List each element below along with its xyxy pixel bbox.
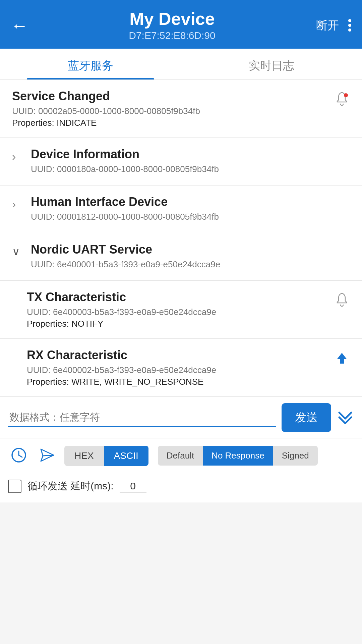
characteristic-uuid-tx: UUID: 6e400003-b5a3-f393-e0a9-e50e24dcca… [27, 307, 332, 317]
characteristic-name-tx: TX Characteristic [27, 290, 332, 304]
bell-icon-service-changed[interactable] [332, 91, 350, 109]
clock-button[interactable] [8, 444, 29, 467]
ascii-button[interactable]: ASCII [104, 446, 148, 466]
data-input[interactable] [8, 408, 276, 427]
loop-label: 循环发送 延时(ms): [27, 479, 114, 493]
service-name-hid: Human Interface Device [31, 195, 350, 209]
loop-area: 循环发送 延时(ms): [0, 473, 362, 502]
disconnect-button[interactable]: 断开 [316, 18, 339, 33]
dot2 [348, 24, 351, 27]
header-title-block: My Device D7:E7:52:E8:6D:90 [35, 9, 309, 41]
upload-icon-rx[interactable] [332, 350, 350, 368]
header-actions: 断开 [316, 18, 351, 33]
device-address: D7:E7:52:E8:6D:90 [35, 30, 309, 41]
tab-log[interactable]: 实时日志 [181, 49, 362, 79]
dot3 [348, 29, 351, 32]
chevron-device-information: › [12, 150, 24, 163]
no-response-button[interactable]: No Response [203, 446, 273, 466]
service-uuid-nordic-uart: UUID: 6e400001-b5a3-f393-e0a9-e50e24dcca… [31, 259, 350, 270]
input-area: 发送 [0, 397, 362, 438]
back-button[interactable]: ← [11, 15, 28, 36]
svg-line-6 [43, 455, 54, 456]
response-group: Default No Response Signed [158, 446, 318, 466]
characteristic-item-rx[interactable]: RX Characteristic UUID: 6e400002-b5a3-f3… [0, 339, 362, 397]
characteristic-props-rx: Properties: WRITE, WRITE_NO_RESPONSE [27, 377, 332, 387]
service-item-nordic-uart[interactable]: ∨ Nordic UART Service UUID: 6e400001-b5a… [0, 233, 362, 281]
more-menu-button[interactable] [348, 19, 351, 32]
characteristic-name-rx: RX Characteristic [27, 348, 332, 362]
service-uuid-device-information: UUID: 0000180a-0000-1000-8000-00805f9b34… [31, 164, 350, 174]
send-plane-button[interactable] [36, 444, 58, 467]
service-item-device-information[interactable]: › Device Information UUID: 0000180a-0000… [0, 138, 362, 185]
svg-marker-1 [337, 353, 347, 364]
characteristic-item-tx[interactable]: TX Characteristic UUID: 6e400003-b5a3-f3… [0, 281, 362, 339]
service-list: Service Changed UUID: 00002a05-0000-1000… [0, 80, 362, 397]
characteristic-uuid-rx: UUID: 6e400002-b5a3-f393-e0a9-e50e24dcca… [27, 365, 332, 375]
svg-point-0 [344, 93, 348, 97]
loop-delay-input[interactable] [120, 480, 146, 492]
service-uuid-service-changed: UUID: 00002a05-0000-1000-8000-00805f9b34… [12, 106, 332, 116]
service-item-hid[interactable]: › Human Interface Device UUID: 00001812-… [0, 185, 362, 233]
service-props-service-changed: Properties: INDICATE [12, 118, 332, 128]
page-title: My Device [35, 9, 309, 29]
service-uuid-hid: UUID: 00001812-0000-1000-8000-00805f9b34… [31, 212, 350, 222]
svg-line-4 [19, 455, 22, 457]
chevron-hid: › [12, 198, 24, 211]
tab-bluetooth[interactable]: 蓝牙服务 [0, 49, 181, 79]
bottom-toolbar: HEX ASCII Default No Response Signed [0, 438, 362, 473]
default-button[interactable]: Default [158, 446, 203, 466]
loop-checkbox[interactable] [8, 480, 21, 493]
dot1 [348, 19, 351, 22]
tab-bar: 蓝牙服务 实时日志 [0, 49, 362, 80]
send-button[interactable]: 发送 [282, 403, 331, 432]
bell-icon-tx[interactable] [332, 292, 350, 310]
service-item-service-changed[interactable]: Service Changed UUID: 00002a05-0000-1000… [0, 80, 362, 138]
service-name-service-changed: Service Changed [12, 89, 332, 103]
signed-button[interactable]: Signed [273, 446, 318, 466]
service-name-nordic-uart: Nordic UART Service [31, 243, 350, 257]
chevron-nordic-uart: ∨ [12, 245, 24, 258]
app-header: ← My Device D7:E7:52:E8:6D:90 断开 [0, 0, 362, 49]
service-name-device-information: Device Information [31, 147, 350, 161]
characteristic-props-tx: Properties: NOTIFY [27, 319, 332, 329]
hex-button[interactable]: HEX [64, 446, 104, 466]
expand-button[interactable] [337, 410, 354, 426]
format-group: HEX ASCII [64, 446, 148, 466]
